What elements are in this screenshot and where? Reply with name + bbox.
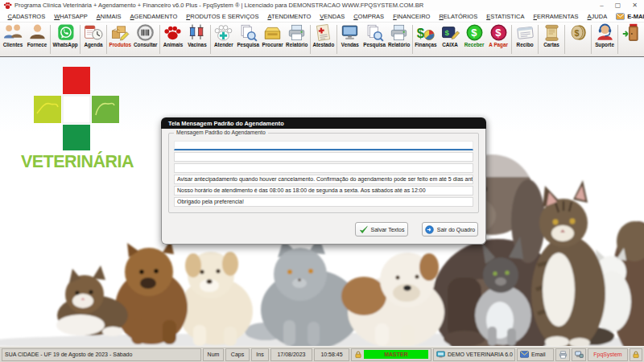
menu-compras[interactable]: COMPRAS: [349, 13, 389, 20]
app-window: Programa Clínica Veterinária + Agendamen…: [0, 0, 644, 362]
toolbar-relatorio-vendas[interactable]: Relatório: [387, 23, 411, 56]
toolbar-receber[interactable]: $Receber: [462, 23, 486, 56]
toolbar-label: Vacinas: [188, 42, 206, 48]
menu-financeiro[interactable]: FINANCEIRO: [389, 13, 435, 20]
status-email-label: Email: [531, 352, 546, 357]
status-network[interactable]: [572, 348, 586, 361]
toolbar-cartas[interactable]: Cartas: [539, 23, 564, 56]
status-num: Num: [203, 348, 224, 361]
status-printer[interactable]: [555, 348, 570, 361]
message-field-3[interactable]: [174, 163, 473, 173]
toolbar-label: Receber: [464, 42, 485, 48]
toolbar-agenda[interactable]: Agenda: [81, 23, 105, 56]
toolbar-atender[interactable]: Atender: [212, 23, 236, 56]
toolbar-label: Consultar: [134, 42, 157, 48]
email-icon: [616, 13, 625, 20]
message-field-5[interactable]: Nosso horário de atendimento é das 08:00…: [174, 186, 473, 195]
status-bar: SUA CIDADE - UF 19 de Agosto de 2023 - S…: [0, 346, 644, 362]
toolbar-vacinas[interactable]: Vacinas: [185, 23, 209, 56]
toolbar-caixa[interactable]: $CAIXA: [438, 23, 462, 56]
menu-vendas[interactable]: VENDAS: [316, 13, 349, 20]
toolbar-recibo[interactable]: Recibo: [513, 23, 537, 56]
toolbar-sair[interactable]: [619, 23, 643, 56]
toolbar-suporte[interactable]: Suporte: [592, 23, 617, 56]
supplier-icon: [27, 23, 48, 42]
menu-email[interactable]: E-MAIL: [612, 13, 644, 20]
menu-estatistica[interactable]: ESTATISTICA: [482, 13, 529, 20]
status-user: MASTER: [351, 348, 431, 361]
message-field-4[interactable]: Avisar antecipadamento quando houver can…: [174, 175, 473, 184]
menu-ferramentas[interactable]: FERRAMENTAS: [529, 13, 583, 20]
scroll-icon: [541, 23, 563, 42]
toolbar-label: Vendas: [341, 42, 359, 48]
app-status-icon: [436, 351, 445, 359]
message-field-2[interactable]: [174, 152, 473, 162]
toolbar-a-pagar[interactable]: $A Pagar: [486, 23, 510, 56]
toolbar-separator: [336, 25, 337, 54]
toolbar-separator: [106, 25, 107, 54]
toolbar-moeda[interactable]: $: [566, 23, 590, 56]
search-docs-icon: [237, 23, 259, 42]
menu-email-label: E-MAIL: [627, 13, 644, 20]
toolbar-label: Relatório: [388, 42, 410, 48]
menu-relatorios[interactable]: RELATÓRIOS: [435, 13, 482, 20]
toolbar-relatorio-agendamento[interactable]: Relatório: [285, 23, 309, 56]
exit-dialog-button[interactable]: Sair do Quadro: [422, 222, 478, 237]
exit-door-icon: [621, 23, 642, 42]
toolbar-label: Agenda: [84, 42, 102, 48]
toolbar-label: Produtos: [109, 42, 131, 48]
message-fields: Avisar antecipadamento quando houver can…: [169, 134, 478, 207]
maximize-button[interactable]: ▢: [615, 2, 621, 10]
close-button[interactable]: ✕: [632, 2, 638, 10]
tray-icon: [262, 23, 283, 42]
toolbar-clientes[interactable]: Clientes: [1, 23, 25, 56]
toolbar-separator: [159, 25, 160, 54]
menu-produtos-servicos[interactable]: PRODUTOS E SERVIÇOS: [182, 13, 263, 20]
minimize-button[interactable]: –: [600, 2, 603, 10]
message-dialog: Tela Mensagem Padrão do Agendamento Mens…: [161, 117, 486, 245]
dialog-title: Tela Mensagem Padrão do Agendamento: [168, 120, 284, 127]
toolbar-label: Fornece: [27, 42, 47, 48]
toolbar-label: Clientes: [3, 42, 23, 48]
toolbar-vendas[interactable]: Vendas: [338, 23, 362, 56]
toolbar-whatsapp[interactable]: WhatsApp: [52, 23, 79, 56]
message-field-1[interactable]: [174, 141, 473, 150]
status-lock: [630, 348, 642, 361]
toolbar-consultar[interactable]: Consultar: [133, 23, 159, 56]
toolbar-animais[interactable]: Animais: [161, 23, 185, 56]
dialog-title-bar[interactable]: Tela Mensagem Padrão do Agendamento: [161, 117, 486, 129]
menu-atendimento[interactable]: ATENDIMENTO: [263, 13, 316, 20]
toolbar-pesquisa-vendas[interactable]: Pesquisa: [362, 23, 387, 56]
menu-animais[interactable]: ANIMAIS: [92, 13, 126, 20]
certificate-icon: [312, 23, 334, 42]
menu-whatsapp[interactable]: WHATSAPP: [50, 13, 93, 20]
svg-text:$: $: [471, 27, 477, 39]
status-email[interactable]: Email: [517, 348, 554, 361]
email-status-icon: [520, 351, 529, 358]
toolbar-fornece[interactable]: Fornece: [25, 23, 49, 56]
toolbar-financas[interactable]: $Finanças: [414, 23, 438, 56]
menu-agendamento[interactable]: AGENDAMENTO: [126, 13, 182, 20]
menu-ajuda[interactable]: AJUDA: [583, 13, 612, 20]
toolbar-separator: [564, 25, 565, 54]
save-texts-button[interactable]: Salvar Textos: [355, 222, 408, 237]
title-bar[interactable]: Programa Clínica Veterinária + Agendamen…: [0, 0, 644, 10]
whatsapp-icon: [55, 23, 76, 42]
status-user-name: MASTER: [364, 350, 428, 359]
toolbar-pesquisa-agendamento[interactable]: Pesquisa: [236, 23, 261, 56]
window-title: Programa Clínica Veterinária + Agendamen…: [14, 2, 600, 9]
search-docs-icon: [364, 23, 386, 42]
printer-status-icon: [559, 351, 568, 359]
toolbar-separator: [511, 25, 512, 54]
check-icon: [359, 225, 368, 234]
menu-cadastros[interactable]: CADASTROS: [3, 13, 50, 20]
network-pc-icon: [575, 351, 584, 359]
app-paw-icon: [3, 2, 12, 10]
message-groupbox: Mensagem Padrão do Agendamento Avisar an…: [168, 133, 479, 213]
toolbar-label: Animais: [163, 42, 184, 48]
toolbar: Clientes Fornece WhatsApp Agenda Produto…: [0, 23, 644, 57]
message-field-6[interactable]: Obrigado pela preferencia!: [174, 197, 473, 207]
toolbar-atestado[interactable]: Atestado: [312, 23, 336, 56]
toolbar-procurar[interactable]: Procurar: [261, 23, 285, 56]
toolbar-produtos[interactable]: Produtos: [108, 23, 133, 56]
